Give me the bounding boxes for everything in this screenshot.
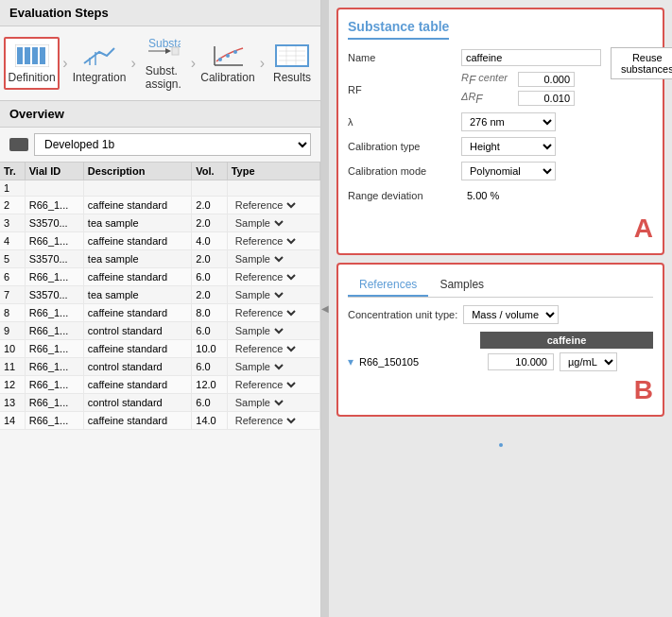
step-definition[interactable]: Definition — [4, 37, 60, 90]
cell-vol — [192, 180, 227, 197]
calibration-icon — [211, 43, 245, 69]
type-select[interactable]: Reference — [232, 234, 299, 248]
cell-vol: 2.0 — [192, 197, 227, 214]
substance-form: Name RF RF center ΔRF — [348, 47, 653, 210]
tab-references[interactable]: References — [348, 274, 428, 297]
calib-type-label: Calibration type — [348, 141, 461, 152]
cell-vol: 6.0 — [192, 358, 227, 376]
cell-tr: 3 — [0, 214, 25, 232]
type-select[interactable]: Reference — [232, 342, 299, 355]
cell-type: Sample — [227, 394, 319, 412]
rf-center-input[interactable] — [518, 72, 575, 87]
table-row: 2R66_1...caffeine standard2.0Reference — [0, 197, 320, 214]
cell-vial: R66_1... — [25, 232, 83, 250]
cell-type: Sample — [227, 250, 319, 268]
subst-assign-icon: Substance — [146, 36, 181, 62]
table-row: 9R66_1...control standard6.0Sample — [0, 322, 320, 340]
cell-type: Sample — [227, 214, 319, 232]
rf-delta-input[interactable] — [518, 91, 575, 106]
rf-center-row: RF center — [461, 72, 575, 87]
rf-delta-label: ΔRF — [461, 91, 518, 106]
table-row: 10R66_1...caffeine standard10.0Reference — [0, 340, 320, 358]
table-row: 1 — [0, 180, 320, 197]
calib-mode-row: Calibration mode Polynomial — [348, 161, 601, 181]
ref-toggle-icon[interactable]: ▾ — [348, 355, 353, 368]
table-row: 7S3570...tea sample2.0Sample — [0, 286, 320, 304]
ref-value-input[interactable] — [488, 353, 554, 370]
cell-tr: 8 — [0, 304, 25, 322]
cell-type: Reference — [227, 376, 319, 394]
tab-samples[interactable]: Samples — [428, 274, 495, 297]
range-dev-row: Range deviation 5.00 % — [348, 185, 601, 206]
substance-form-right: Reuse substances 🗑 — [611, 47, 672, 210]
conc-unit-select[interactable]: Mass / volume — [463, 305, 559, 324]
ref-unit-select[interactable]: µg/mL — [560, 352, 617, 371]
overview-controls: Developed 1b — [0, 128, 320, 163]
table-row: 8R66_1...caffeine standard8.0Reference — [0, 304, 320, 322]
svg-rect-1 — [17, 47, 23, 64]
dot-indicator — [499, 443, 503, 447]
cell-tr: 5 — [0, 250, 25, 268]
cell-desc: tea sample — [83, 250, 191, 268]
type-select[interactable]: Sample — [232, 324, 286, 337]
calib-mode-select[interactable]: Polynomial — [461, 162, 556, 180]
svg-rect-3 — [32, 47, 38, 64]
calib-mode-label: Calibration mode — [348, 165, 461, 177]
step-subst-assign[interactable]: Substance Subst.assign. — [139, 32, 188, 94]
cell-vol: 6.0 — [192, 394, 227, 412]
type-select[interactable]: Reference — [232, 306, 299, 319]
type-select[interactable]: Sample — [232, 216, 286, 230]
type-select[interactable]: Sample — [232, 396, 286, 409]
col-tr: Tr. — [0, 163, 25, 180]
vial-icon — [9, 138, 28, 151]
cell-vial: R66_1... — [25, 268, 83, 286]
arrow-1: › — [62, 55, 67, 72]
type-select[interactable]: Reference — [232, 414, 299, 427]
type-select[interactable]: Reference — [232, 198, 299, 212]
type-select[interactable]: Sample — [232, 288, 286, 301]
conc-unit-row: Concentration unit type: Mass / volume — [348, 305, 653, 324]
reference-row: ▾ R66_150105 µg/mL — [348, 352, 653, 371]
col-vol: Vol. — [192, 163, 227, 180]
cell-desc: control standard — [83, 358, 191, 376]
panel-splitter[interactable] — [321, 0, 329, 617]
arrow-3: › — [191, 55, 196, 72]
cell-vol: 10.0 — [192, 340, 227, 358]
rf-delta-row: ΔRF — [461, 91, 575, 106]
tracks-table: Tr. Vial ID Description Vol. Type 12R66_… — [0, 163, 320, 430]
cell-type: Reference — [227, 340, 319, 358]
type-badge: Sample — [232, 324, 316, 337]
section-b-label: B — [348, 375, 653, 405]
cell-desc: caffeine standard — [83, 340, 191, 358]
cell-tr: 10 — [0, 340, 25, 358]
cell-vial — [25, 180, 83, 197]
overview-header: Overview — [0, 101, 320, 128]
type-select[interactable]: Reference — [232, 270, 299, 283]
step-subst-label: Subst.assign. — [146, 64, 181, 91]
step-integration[interactable]: Integration — [71, 39, 129, 88]
reuse-substances-button[interactable]: Reuse substances — [611, 47, 672, 79]
type-badge: Sample — [232, 360, 316, 373]
cell-vial: S3570... — [25, 286, 83, 304]
cell-desc: caffeine standard — [83, 412, 191, 430]
cell-desc: caffeine standard — [83, 304, 191, 322]
step-calibration[interactable]: Calibration — [198, 39, 257, 88]
right-panel: Substance table Name RF RF center — [329, 0, 672, 617]
type-select[interactable]: Sample — [232, 252, 286, 266]
references-card: References Samples Concentration unit ty… — [336, 263, 664, 417]
lambda-select[interactable]: 276 nm — [461, 112, 556, 131]
type-select[interactable]: Sample — [232, 360, 286, 373]
table-container: Tr. Vial ID Description Vol. Type 12R66_… — [0, 163, 320, 617]
type-select[interactable]: Reference — [232, 378, 299, 391]
cell-tr: 11 — [0, 358, 25, 376]
name-input[interactable] — [461, 49, 601, 66]
calib-type-select[interactable]: Height — [461, 137, 556, 156]
cell-vial: R66_1... — [25, 322, 83, 340]
steps-bar: Definition › Integration › Substance — [0, 26, 320, 101]
table-row: 6R66_1...caffeine standard6.0Reference — [0, 268, 320, 286]
developed-dropdown[interactable]: Developed 1b — [34, 133, 311, 156]
step-results[interactable]: Results — [267, 39, 317, 88]
cell-vial: S3570... — [25, 250, 83, 268]
cell-type: Sample — [227, 358, 319, 376]
substance-table-title: Substance table — [348, 19, 449, 40]
